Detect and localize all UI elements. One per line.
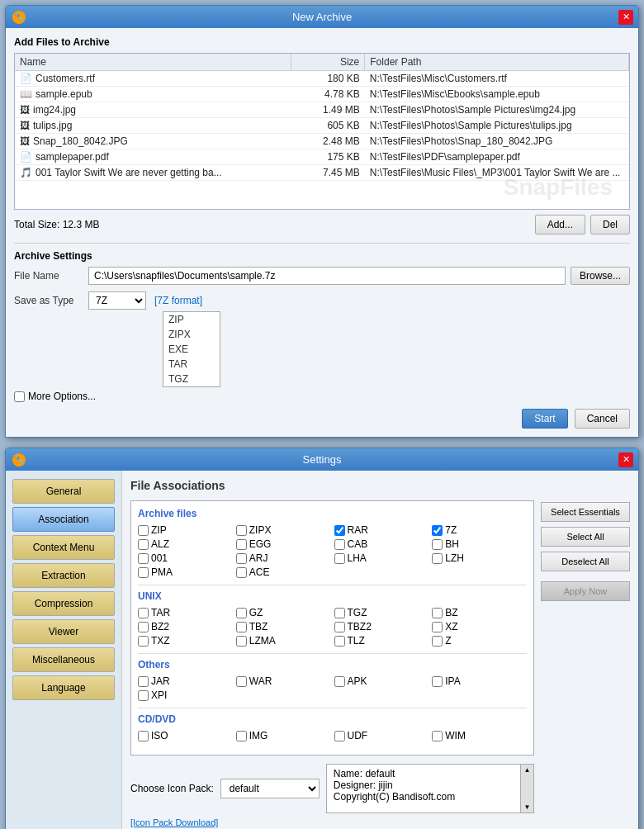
cb-ace-label: ACE bbox=[249, 566, 270, 578]
cb-rar-input[interactable] bbox=[334, 525, 345, 536]
cb-zip-input[interactable] bbox=[138, 525, 149, 536]
cb-cab: CAB bbox=[334, 538, 429, 550]
cb-iso-input[interactable] bbox=[138, 731, 149, 741]
cb-lzh-input[interactable] bbox=[432, 553, 443, 564]
icon-pack-scrollbar[interactable]: ▲ ▼ bbox=[520, 765, 533, 812]
archive-window-title: New Archive bbox=[292, 11, 352, 23]
dropdown-item-zip[interactable]: ZIP bbox=[163, 312, 220, 327]
sidebar-extraction[interactable]: Extraction bbox=[12, 563, 115, 588]
dropdown-item-tgz[interactable]: TGZ bbox=[163, 372, 220, 386]
assoc-left: Archive files ZIP ZIPX RAR 7Z ALZ EGG CA… bbox=[130, 500, 534, 828]
sidebar-viewer[interactable]: Viewer bbox=[12, 619, 115, 644]
cb-lzma-input[interactable] bbox=[236, 636, 247, 647]
deselect-all-button[interactable]: Deselect All bbox=[541, 552, 630, 571]
cb-7z-input[interactable] bbox=[432, 525, 443, 536]
dropdown-item-zipx[interactable]: ZIPX bbox=[163, 327, 220, 342]
unix-checkbox-grid: TAR GZ TGZ BZ BZ2 TBZ TBZ2 XZ TXZ LZMA bbox=[138, 607, 527, 647]
cb-gz-input[interactable] bbox=[236, 608, 247, 618]
add-button[interactable]: Add... bbox=[535, 215, 585, 234]
sidebar-compression[interactable]: Compression bbox=[12, 591, 115, 616]
cb-arj-input[interactable] bbox=[236, 553, 247, 564]
settings-title-bar: 🔧 Settings ✕ bbox=[6, 448, 638, 471]
settings-window-icon: 🔧 bbox=[12, 453, 26, 467]
start-button[interactable]: Start bbox=[522, 409, 567, 429]
icon-pack-download-link[interactable]: [Icon Pack Download] bbox=[130, 817, 218, 827]
cb-txz-input[interactable] bbox=[138, 636, 149, 647]
cb-iso: ISO bbox=[138, 730, 233, 741]
cb-xz: XZ bbox=[432, 621, 527, 632]
cb-ipa-label: IPA bbox=[445, 675, 460, 687]
more-options-checkbox[interactable] bbox=[14, 391, 25, 402]
cb-bz2-input[interactable] bbox=[138, 622, 149, 632]
cb-lzh: LZH bbox=[432, 552, 527, 564]
icon-pack-select[interactable]: default bbox=[220, 779, 320, 798]
cb-tlz-input[interactable] bbox=[334, 636, 345, 647]
sidebar-context-menu[interactable]: Context Menu bbox=[12, 535, 115, 560]
sidebar-miscellaneous[interactable]: Miscellaneous bbox=[12, 647, 115, 672]
file-name-cell: 📄samplepaper.pdf bbox=[15, 149, 291, 165]
apply-now-button[interactable]: Apply Now bbox=[541, 581, 630, 601]
cb-apk-label: APK bbox=[348, 675, 367, 687]
cb-tar-input[interactable] bbox=[138, 608, 149, 618]
sidebar-association[interactable]: Association bbox=[12, 507, 115, 532]
select-all-button[interactable]: Select All bbox=[541, 527, 630, 547]
dropdown-item-exe[interactable]: EXE bbox=[163, 342, 220, 357]
save-type-select[interactable]: 7Z ZIP ZIPX EXE TAR bbox=[88, 291, 146, 310]
cb-img: IMG bbox=[236, 730, 331, 741]
cb-bz-input[interactable] bbox=[432, 608, 443, 618]
cancel-button[interactable]: Cancel bbox=[575, 409, 630, 429]
file-table: Name Size Folder Path 📄Customers.rtf 180… bbox=[15, 54, 629, 181]
cb-alz-label: ALZ bbox=[151, 538, 169, 550]
cb-img-input[interactable] bbox=[236, 731, 247, 741]
cb-z-input[interactable] bbox=[432, 636, 443, 647]
cb-war-input[interactable] bbox=[236, 676, 247, 687]
cb-rar-label: RAR bbox=[348, 524, 368, 536]
col-size: Size bbox=[291, 54, 365, 71]
file-size-cell: 180 KB bbox=[291, 71, 365, 87]
icon-pack-designer: Designer: jijin bbox=[334, 779, 527, 791]
cb-jar-input[interactable] bbox=[138, 676, 149, 687]
archive-close-button[interactable]: ✕ bbox=[618, 10, 633, 25]
sidebar-language[interactable]: Language bbox=[12, 675, 115, 700]
sidebar-general[interactable]: General bbox=[12, 479, 115, 504]
cb-lha-label: LHA bbox=[348, 552, 367, 564]
cb-udf-input[interactable] bbox=[334, 731, 345, 741]
cb-egg-label: EGG bbox=[249, 538, 272, 550]
cb-apk: APK bbox=[334, 675, 429, 687]
separator-3 bbox=[138, 708, 527, 708]
assoc-right: Select Essentials Select All Deselect Al… bbox=[541, 500, 630, 828]
file-size-cell: 175 KB bbox=[291, 149, 365, 165]
cb-pma-input[interactable] bbox=[138, 567, 149, 578]
cb-z: Z bbox=[432, 635, 527, 647]
cb-bh-input[interactable] bbox=[432, 539, 443, 550]
file-table-header-row: Name Size Folder Path bbox=[15, 54, 629, 71]
select-essentials-button[interactable]: Select Essentials bbox=[541, 502, 630, 522]
settings-close-button[interactable]: ✕ bbox=[618, 452, 633, 467]
cb-apk-input[interactable] bbox=[334, 676, 345, 687]
cb-ace-input[interactable] bbox=[236, 567, 247, 578]
cb-tbz2-input[interactable] bbox=[334, 622, 345, 632]
cb-tbz-input[interactable] bbox=[236, 622, 247, 632]
cb-tgz-input[interactable] bbox=[334, 608, 345, 618]
icon-pack-label: Choose Icon Pack: bbox=[130, 783, 214, 794]
cb-tlz: TLZ bbox=[334, 635, 429, 647]
cb-pma: PMA bbox=[138, 566, 233, 578]
cb-alz-input[interactable] bbox=[138, 539, 149, 550]
file-name-input[interactable] bbox=[88, 267, 566, 285]
cb-zipx-label: ZIPX bbox=[249, 524, 272, 536]
cb-zipx-input[interactable] bbox=[236, 525, 247, 536]
cb-lzma: LZMA bbox=[236, 635, 331, 647]
browse-button[interactable]: Browse... bbox=[571, 267, 630, 285]
file-path-cell: N:\TestFiles\Misc\Ebooks\sample.epub bbox=[365, 87, 629, 102]
dropdown-item-tar[interactable]: TAR bbox=[163, 357, 220, 372]
cb-wim-input[interactable] bbox=[432, 731, 443, 741]
cb-egg-input[interactable] bbox=[236, 539, 247, 550]
del-button[interactable]: Del bbox=[590, 215, 630, 234]
cb-xz-input[interactable] bbox=[432, 622, 443, 632]
cb-ipa-input[interactable] bbox=[432, 676, 443, 687]
cb-lha-input[interactable] bbox=[334, 553, 345, 564]
cb-xpi-input[interactable] bbox=[138, 690, 149, 701]
cb-001-label: 001 bbox=[151, 552, 168, 564]
cb-cab-input[interactable] bbox=[334, 539, 345, 550]
cb-001-input[interactable] bbox=[138, 553, 149, 564]
